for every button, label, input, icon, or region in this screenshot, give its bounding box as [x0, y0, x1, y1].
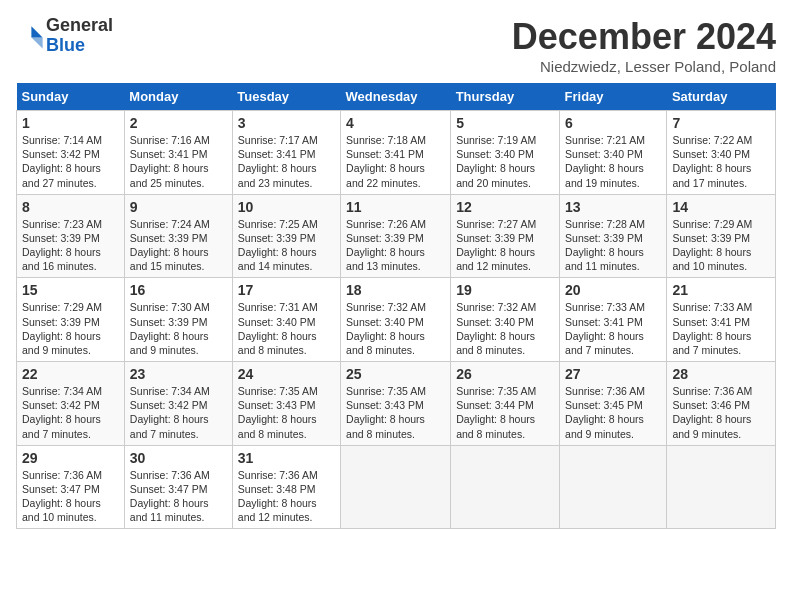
calendar-table: SundayMondayTuesdayWednesdayThursdayFrid…	[16, 83, 776, 529]
day-info: Sunrise: 7:29 AMSunset: 3:39 PMDaylight:…	[672, 217, 770, 274]
day-info: Sunrise: 7:35 AMSunset: 3:43 PMDaylight:…	[238, 384, 335, 441]
logo-icon	[16, 22, 44, 50]
svg-marker-0	[31, 26, 42, 37]
calendar-cell	[667, 445, 776, 529]
day-info: Sunrise: 7:33 AMSunset: 3:41 PMDaylight:…	[672, 300, 770, 357]
weekday-header-monday: Monday	[124, 83, 232, 111]
day-info: Sunrise: 7:30 AMSunset: 3:39 PMDaylight:…	[130, 300, 227, 357]
calendar-week-row: 29Sunrise: 7:36 AMSunset: 3:47 PMDayligh…	[17, 445, 776, 529]
day-info: Sunrise: 7:24 AMSunset: 3:39 PMDaylight:…	[130, 217, 227, 274]
calendar-cell: 1Sunrise: 7:14 AMSunset: 3:42 PMDaylight…	[17, 111, 125, 195]
logo-general: General	[46, 15, 113, 35]
day-number: 19	[456, 282, 554, 298]
calendar-cell: 13Sunrise: 7:28 AMSunset: 3:39 PMDayligh…	[560, 194, 667, 278]
calendar-cell: 14Sunrise: 7:29 AMSunset: 3:39 PMDayligh…	[667, 194, 776, 278]
calendar-cell: 19Sunrise: 7:32 AMSunset: 3:40 PMDayligh…	[451, 278, 560, 362]
location: Niedzwiedz, Lesser Poland, Poland	[512, 58, 776, 75]
calendar-cell: 25Sunrise: 7:35 AMSunset: 3:43 PMDayligh…	[341, 362, 451, 446]
calendar-cell: 16Sunrise: 7:30 AMSunset: 3:39 PMDayligh…	[124, 278, 232, 362]
day-info: Sunrise: 7:17 AMSunset: 3:41 PMDaylight:…	[238, 133, 335, 190]
weekday-header-tuesday: Tuesday	[232, 83, 340, 111]
calendar-week-row: 1Sunrise: 7:14 AMSunset: 3:42 PMDaylight…	[17, 111, 776, 195]
day-number: 26	[456, 366, 554, 382]
logo-text: General Blue	[46, 16, 113, 56]
day-number: 8	[22, 199, 119, 215]
day-number: 20	[565, 282, 661, 298]
day-info: Sunrise: 7:35 AMSunset: 3:43 PMDaylight:…	[346, 384, 445, 441]
logo-blue: Blue	[46, 35, 85, 55]
page-header: General Blue December 2024 Niedzwiedz, L…	[16, 16, 776, 75]
day-number: 13	[565, 199, 661, 215]
day-info: Sunrise: 7:34 AMSunset: 3:42 PMDaylight:…	[130, 384, 227, 441]
day-number: 4	[346, 115, 445, 131]
day-info: Sunrise: 7:21 AMSunset: 3:40 PMDaylight:…	[565, 133, 661, 190]
day-number: 9	[130, 199, 227, 215]
day-info: Sunrise: 7:22 AMSunset: 3:40 PMDaylight:…	[672, 133, 770, 190]
day-info: Sunrise: 7:35 AMSunset: 3:44 PMDaylight:…	[456, 384, 554, 441]
day-number: 16	[130, 282, 227, 298]
day-number: 3	[238, 115, 335, 131]
day-number: 23	[130, 366, 227, 382]
weekday-header-saturday: Saturday	[667, 83, 776, 111]
day-info: Sunrise: 7:32 AMSunset: 3:40 PMDaylight:…	[346, 300, 445, 357]
calendar-cell: 26Sunrise: 7:35 AMSunset: 3:44 PMDayligh…	[451, 362, 560, 446]
day-number: 1	[22, 115, 119, 131]
day-number: 30	[130, 450, 227, 466]
day-info: Sunrise: 7:36 AMSunset: 3:46 PMDaylight:…	[672, 384, 770, 441]
title-block: December 2024 Niedzwiedz, Lesser Poland,…	[512, 16, 776, 75]
day-number: 10	[238, 199, 335, 215]
day-info: Sunrise: 7:34 AMSunset: 3:42 PMDaylight:…	[22, 384, 119, 441]
weekday-header-sunday: Sunday	[17, 83, 125, 111]
day-number: 17	[238, 282, 335, 298]
calendar-cell: 11Sunrise: 7:26 AMSunset: 3:39 PMDayligh…	[341, 194, 451, 278]
day-info: Sunrise: 7:36 AMSunset: 3:45 PMDaylight:…	[565, 384, 661, 441]
calendar-cell: 24Sunrise: 7:35 AMSunset: 3:43 PMDayligh…	[232, 362, 340, 446]
weekday-header-row: SundayMondayTuesdayWednesdayThursdayFrid…	[17, 83, 776, 111]
calendar-cell: 6Sunrise: 7:21 AMSunset: 3:40 PMDaylight…	[560, 111, 667, 195]
day-number: 31	[238, 450, 335, 466]
calendar-cell	[560, 445, 667, 529]
day-number: 7	[672, 115, 770, 131]
day-number: 2	[130, 115, 227, 131]
calendar-cell: 30Sunrise: 7:36 AMSunset: 3:47 PMDayligh…	[124, 445, 232, 529]
day-info: Sunrise: 7:31 AMSunset: 3:40 PMDaylight:…	[238, 300, 335, 357]
weekday-header-wednesday: Wednesday	[341, 83, 451, 111]
month-title: December 2024	[512, 16, 776, 58]
calendar-week-row: 22Sunrise: 7:34 AMSunset: 3:42 PMDayligh…	[17, 362, 776, 446]
day-number: 25	[346, 366, 445, 382]
calendar-cell: 21Sunrise: 7:33 AMSunset: 3:41 PMDayligh…	[667, 278, 776, 362]
calendar-cell: 7Sunrise: 7:22 AMSunset: 3:40 PMDaylight…	[667, 111, 776, 195]
calendar-cell: 9Sunrise: 7:24 AMSunset: 3:39 PMDaylight…	[124, 194, 232, 278]
logo: General Blue	[16, 16, 113, 56]
day-info: Sunrise: 7:33 AMSunset: 3:41 PMDaylight:…	[565, 300, 661, 357]
day-number: 14	[672, 199, 770, 215]
day-number: 15	[22, 282, 119, 298]
day-number: 6	[565, 115, 661, 131]
day-info: Sunrise: 7:36 AMSunset: 3:47 PMDaylight:…	[130, 468, 227, 525]
day-info: Sunrise: 7:18 AMSunset: 3:41 PMDaylight:…	[346, 133, 445, 190]
calendar-week-row: 8Sunrise: 7:23 AMSunset: 3:39 PMDaylight…	[17, 194, 776, 278]
day-info: Sunrise: 7:26 AMSunset: 3:39 PMDaylight:…	[346, 217, 445, 274]
day-number: 24	[238, 366, 335, 382]
calendar-cell: 20Sunrise: 7:33 AMSunset: 3:41 PMDayligh…	[560, 278, 667, 362]
calendar-cell: 23Sunrise: 7:34 AMSunset: 3:42 PMDayligh…	[124, 362, 232, 446]
day-number: 28	[672, 366, 770, 382]
calendar-week-row: 15Sunrise: 7:29 AMSunset: 3:39 PMDayligh…	[17, 278, 776, 362]
calendar-cell	[451, 445, 560, 529]
calendar-cell: 31Sunrise: 7:36 AMSunset: 3:48 PMDayligh…	[232, 445, 340, 529]
calendar-cell: 22Sunrise: 7:34 AMSunset: 3:42 PMDayligh…	[17, 362, 125, 446]
day-info: Sunrise: 7:14 AMSunset: 3:42 PMDaylight:…	[22, 133, 119, 190]
calendar-cell: 8Sunrise: 7:23 AMSunset: 3:39 PMDaylight…	[17, 194, 125, 278]
calendar-cell: 5Sunrise: 7:19 AMSunset: 3:40 PMDaylight…	[451, 111, 560, 195]
day-number: 21	[672, 282, 770, 298]
day-info: Sunrise: 7:32 AMSunset: 3:40 PMDaylight:…	[456, 300, 554, 357]
calendar-cell: 28Sunrise: 7:36 AMSunset: 3:46 PMDayligh…	[667, 362, 776, 446]
calendar-cell: 18Sunrise: 7:32 AMSunset: 3:40 PMDayligh…	[341, 278, 451, 362]
day-info: Sunrise: 7:28 AMSunset: 3:39 PMDaylight:…	[565, 217, 661, 274]
day-number: 12	[456, 199, 554, 215]
day-number: 5	[456, 115, 554, 131]
calendar-cell	[341, 445, 451, 529]
day-info: Sunrise: 7:36 AMSunset: 3:47 PMDaylight:…	[22, 468, 119, 525]
day-info: Sunrise: 7:36 AMSunset: 3:48 PMDaylight:…	[238, 468, 335, 525]
calendar-cell: 12Sunrise: 7:27 AMSunset: 3:39 PMDayligh…	[451, 194, 560, 278]
